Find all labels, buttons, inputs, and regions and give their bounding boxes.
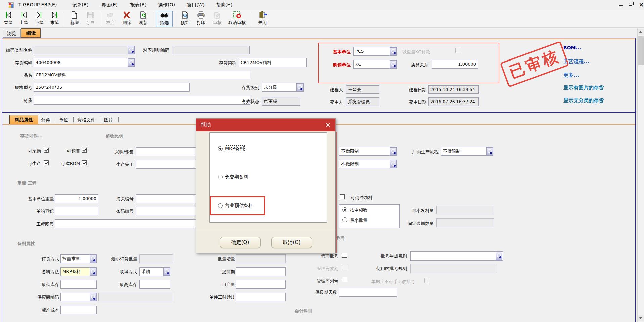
batch-rule-field[interactable] — [410, 251, 503, 261]
menu-app[interactable]: T-GROUP ERP(E) — [18, 2, 57, 7]
material-field[interactable] — [34, 96, 250, 105]
minimize-button[interactable] — [619, 5, 623, 6]
menu-record[interactable]: 记录(R) — [72, 2, 89, 8]
scrollbar-thumb[interactable] — [638, 36, 644, 65]
inv-code-lookup-icon[interactable] — [128, 58, 135, 67]
std-cost-field[interactable] — [60, 306, 97, 314]
filter-button[interactable]: 筛选 — [156, 11, 173, 27]
unit-hours-field[interactable] — [236, 293, 286, 301]
dialog-option-mrp-label[interactable]: MRP备料 — [225, 146, 244, 152]
order-mode-label: 订货方式 — [36, 256, 59, 262]
manage-validity-label: 管理有效期 — [310, 266, 338, 272]
can-purchase-checkbox[interactable] — [44, 148, 49, 153]
manage-batch-checkbox[interactable] — [342, 253, 347, 258]
menu-interface[interactable]: 界面(F) — [102, 2, 118, 8]
can-produce-label: 可生产 — [21, 161, 41, 167]
menu-operate[interactable]: 操作(O) — [158, 2, 175, 8]
trade-unit-lookup-icon[interactable] — [390, 60, 397, 68]
restore-button[interactable] — [629, 3, 632, 6]
subtab-item-properties[interactable]: 料品属性 — [9, 115, 38, 124]
restrict1-lookup-icon[interactable] — [390, 147, 397, 155]
order-mode-lookup-icon[interactable] — [90, 255, 96, 263]
product-name-field[interactable]: CR12MOV精料 — [34, 71, 250, 79]
inv-code-field[interactable]: 400400008 — [34, 58, 135, 67]
inv-level-lookup-icon[interactable] — [296, 83, 303, 91]
backflush-checkbox[interactable] — [340, 194, 345, 199]
menu-help[interactable]: 帮助(H) — [216, 2, 232, 8]
unit-hours-label: 单件工时(秒) — [197, 294, 234, 300]
link-process-flow[interactable]: 工艺流程... — [563, 58, 589, 65]
base-unit-lookup-icon[interactable] — [390, 47, 397, 55]
by-request-radio[interactable] — [342, 207, 347, 212]
tab-edit[interactable]: 编辑 — [21, 28, 41, 38]
modifier-label: 变更人 — [322, 99, 343, 105]
link-more[interactable]: 更多... — [563, 72, 579, 78]
dialog-title-bar[interactable]: 帮助 × — [196, 119, 335, 131]
toolbar: 首笔 上笔 下笔 末笔 新增 存盘 放弃 删除 — [0, 10, 644, 28]
base-weight-field[interactable]: 1.00000 — [55, 194, 98, 203]
menu-report[interactable]: 报表(R) — [130, 2, 147, 8]
daily-output-field[interactable] — [236, 280, 286, 289]
can-sell-checkbox[interactable] — [82, 148, 87, 153]
last-record-button[interactable]: 末笔 — [47, 11, 62, 27]
can-bom-checkbox[interactable] — [82, 160, 87, 165]
restrict2-lookup-icon[interactable] — [390, 160, 397, 168]
box-volume-field[interactable] — [55, 207, 98, 215]
subtab-image[interactable]: 图片 — [104, 117, 113, 123]
factory-flow-field[interactable]: 不做限制 — [441, 147, 493, 156]
subtab-category[interactable]: 分类 — [41, 117, 50, 123]
refresh-button[interactable]: 刷新 — [136, 11, 151, 27]
dialog-ok-button[interactable]: 确定(Q) — [220, 237, 261, 248]
delete-button[interactable]: 删除 — [119, 11, 134, 27]
max-stock-field[interactable] — [139, 280, 170, 289]
dialog-close-icon[interactable]: × — [325, 121, 331, 129]
restrict2-field[interactable]: 不做限制 — [339, 160, 397, 168]
inv-short-field[interactable]: CR12MOV精料 — [239, 58, 307, 67]
min-batch-label: 最小批量 — [350, 217, 377, 224]
factory-flow-lookup-icon[interactable] — [486, 147, 493, 155]
min-stock-field[interactable] — [60, 280, 97, 289]
can-produce-checkbox[interactable] — [44, 160, 49, 165]
first-record-button[interactable]: 首笔 — [1, 11, 16, 27]
dialog-option-mrp-radio[interactable] — [218, 146, 223, 151]
link-show-unclassified[interactable]: 显示无分类的存货 — [563, 97, 604, 104]
scroll-up-icon[interactable] — [638, 29, 644, 35]
cancel-audit-button[interactable]: 取消审核 — [226, 11, 248, 27]
vertical-scrollbar[interactable] — [637, 28, 644, 322]
tab-browse[interactable]: 浏览 — [3, 29, 21, 38]
conversion-field[interactable]: 1.00000 — [432, 60, 478, 69]
create-date-label: 建档日期 — [396, 87, 426, 93]
shelf-life-field[interactable] — [339, 288, 397, 297]
scroll-down-icon[interactable] — [638, 315, 644, 321]
weight-section-header: 重量 工程 — [17, 180, 37, 186]
prev-record-button[interactable]: 上笔 — [16, 11, 32, 27]
restrict1-field[interactable]: 不做限制 — [339, 147, 397, 156]
print-button[interactable]: 打印 — [193, 11, 209, 27]
link-bom[interactable]: BOM... — [563, 45, 581, 50]
menu-window[interactable]: 窗口(W) — [187, 2, 205, 8]
rule-code-field[interactable] — [172, 46, 250, 54]
link-show-with-images[interactable]: 显示有图片的存货 — [563, 85, 604, 91]
lead-time-field[interactable] — [236, 267, 286, 276]
dialog-cancel-button[interactable]: 取消(C) — [271, 237, 312, 248]
close-form-button[interactable]: 关闭 — [255, 11, 270, 27]
preview-button[interactable]: 预览 — [177, 11, 193, 27]
new-button[interactable]: 新增 — [66, 11, 82, 27]
next-record-button[interactable]: 下笔 — [32, 11, 47, 27]
min-batch-radio[interactable] — [342, 217, 347, 222]
dialog-option-longterm-label[interactable]: 长交期备料 — [225, 174, 248, 180]
dialog-option-longterm-radio[interactable] — [218, 175, 223, 179]
spec-field[interactable]: 250*240*35 — [34, 83, 190, 92]
supplier-lookup-icon[interactable] — [90, 293, 96, 301]
batch-rule-lookup-icon[interactable] — [496, 252, 502, 260]
manage-serial-checkbox[interactable] — [342, 277, 347, 282]
close-window-button[interactable]: × — [637, 1, 644, 8]
subtab-unit[interactable]: 单位 — [59, 117, 68, 123]
manage-validity-checkbox — [342, 265, 347, 270]
prep-method-lookup-icon[interactable] — [90, 268, 96, 276]
code-category-lookup-icon[interactable] — [128, 46, 135, 54]
subtab-qualification[interactable]: 资格文件 — [77, 117, 95, 123]
purchase-sale-label: 采购/销售 — [107, 149, 134, 155]
code-category-field[interactable] — [34, 46, 135, 54]
acquire-lookup-icon[interactable] — [163, 268, 170, 276]
